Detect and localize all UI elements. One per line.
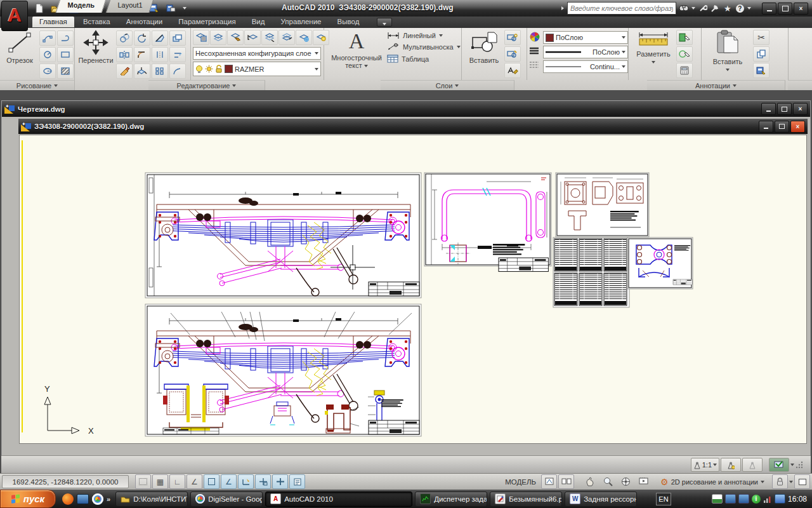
- create-block-button[interactable]: [504, 30, 521, 45]
- arc-button[interactable]: [39, 30, 56, 46]
- taskbar-item-paint[interactable]: Безымянный6.png...: [490, 491, 562, 507]
- help-dropdown-icon[interactable]: [747, 7, 751, 10]
- panel-modify-caption[interactable]: Редактирование: [148, 80, 265, 91]
- layer-properties-button[interactable]: [193, 30, 209, 45]
- layout-quickview-button[interactable]: [541, 474, 557, 489]
- panel-layers-caption[interactable]: Слои: [381, 80, 514, 91]
- rectarray-button[interactable]: [152, 64, 168, 79]
- osnap-toggle[interactable]: [204, 474, 219, 489]
- app-restore-button[interactable]: [778, 3, 792, 15]
- tab-manage[interactable]: Управление: [274, 17, 329, 27]
- inner-close-button[interactable]: ×: [790, 121, 805, 133]
- showmotion-button[interactable]: [635, 474, 652, 489]
- linetype-icon[interactable]: [529, 61, 539, 70]
- tab-parametric[interactable]: Параметризация: [171, 17, 242, 27]
- window-ze4308-titlebar[interactable]: ✦ ЗЭ4308-2900002(Э382.190).dwg ×: [18, 119, 808, 134]
- paste-button[interactable]: Вставить: [709, 29, 747, 80]
- circle-button[interactable]: [39, 47, 56, 62]
- doc-maximize-button[interactable]: [777, 103, 792, 115]
- fillet-button[interactable]: [134, 47, 150, 62]
- favorites-star-icon[interactable]: ★: [723, 3, 733, 13]
- language-indicator[interactable]: EN: [656, 493, 671, 505]
- tab-home[interactable]: Главная: [32, 17, 74, 27]
- subscription-wrench-icon[interactable]: [698, 3, 708, 13]
- layer-isolate-button[interactable]: [261, 30, 278, 45]
- multileader-button[interactable]: Мультивыноска: [387, 43, 461, 51]
- qat-customize-icon[interactable]: [183, 7, 187, 10]
- copy-button[interactable]: [116, 30, 133, 46]
- copy-clip-button[interactable]: [753, 46, 769, 62]
- help-icon[interactable]: ?: [735, 3, 745, 13]
- panel-annotation-caption[interactable]: Аннотации: [647, 80, 785, 91]
- edit-block-button[interactable]: [504, 46, 521, 62]
- layer-combo[interactable]: RAZMER: [193, 62, 321, 76]
- tab-insert[interactable]: Вставка: [76, 17, 117, 27]
- snap-toggle[interactable]: [135, 474, 151, 489]
- doc-minimize-button[interactable]: [761, 103, 776, 115]
- search-icon[interactable]: [679, 3, 689, 13]
- clock[interactable]: 16:08: [788, 495, 807, 504]
- inner-maximize-button[interactable]: [775, 121, 789, 133]
- line-button[interactable]: Отрезок: [1, 29, 39, 80]
- statusbar-menu-icon[interactable]: [789, 481, 793, 483]
- tab-output[interactable]: Вывод: [331, 17, 367, 27]
- ribbon-minimize-button[interactable]: [377, 18, 392, 27]
- linetype-combo[interactable]: Continu...: [543, 60, 628, 73]
- tab-model[interactable]: Модель: [56, 0, 106, 13]
- move-button[interactable]: Перенести: [77, 29, 115, 80]
- taskbar-item-taskmanager[interactable]: Диспетчер задач ...: [415, 491, 487, 507]
- tray-dropdown-icon[interactable]: [790, 464, 794, 466]
- new-file-button[interactable]: [32, 1, 47, 15]
- insert-block-button[interactable]: Вставить: [465, 29, 503, 80]
- layer-state-combo[interactable]: Несохраненная конфигурация слое: [193, 47, 321, 60]
- clean-screen-button[interactable]: [794, 474, 810, 489]
- inner-minimize-button[interactable]: [759, 121, 773, 133]
- color-wheel-icon[interactable]: [529, 32, 540, 42]
- mirror2-button[interactable]: [152, 47, 168, 62]
- object-color-combo[interactable]: ПоСлою: [543, 31, 628, 44]
- offset-button[interactable]: [169, 47, 186, 62]
- model-space-button[interactable]: МОДЕЛЬ: [501, 478, 540, 486]
- taskbar-item-word[interactable]: W Задняя рессорная...: [565, 491, 637, 507]
- cut-scissors-icon[interactable]: ✂: [753, 30, 769, 45]
- edit-attributes-button[interactable]: [504, 63, 521, 78]
- grid-toggle[interactable]: ▦: [152, 474, 168, 489]
- match-properties-button[interactable]: [163, 1, 178, 15]
- layer-on-bulb-icon[interactable]: [195, 65, 203, 74]
- mtext-button[interactable]: А Многострочныйтекст: [329, 29, 384, 80]
- annotation-visibility-button[interactable]: [721, 458, 741, 472]
- layer-previous-button[interactable]: [244, 30, 261, 45]
- measure-button[interactable]: Разметить: [633, 29, 674, 80]
- resize-grip[interactable]: [796, 461, 803, 469]
- qp-toggle[interactable]: [289, 474, 305, 489]
- ellipse-button[interactable]: [39, 64, 56, 79]
- tab-annotate[interactable]: Аннотации: [119, 17, 169, 27]
- tray-display-icon[interactable]: [725, 494, 736, 504]
- erase-button[interactable]: [116, 64, 133, 79]
- quick-select-button[interactable]: [676, 30, 693, 45]
- firefox-icon[interactable]: [62, 493, 74, 505]
- layer-unisolate-button[interactable]: [278, 30, 295, 45]
- start-button[interactable]: пуск: [0, 490, 56, 508]
- trim-button[interactable]: [152, 30, 168, 46]
- layer-current-button[interactable]: [227, 30, 244, 45]
- lineweight-icon[interactable]: [529, 47, 539, 56]
- explode-button[interactable]: [134, 64, 150, 79]
- chamfer-button[interactable]: [169, 64, 186, 79]
- application-menu-button[interactable]: A: [1, 1, 28, 31]
- layer-states-button[interactable]: [210, 30, 226, 45]
- table-button[interactable]: Таблица: [387, 55, 461, 63]
- paste-special-button[interactable]: [753, 63, 769, 78]
- dyn-toggle[interactable]: [255, 474, 271, 489]
- chrome-icon[interactable]: [92, 493, 103, 505]
- hatch-button[interactable]: [57, 64, 74, 79]
- app-close-button[interactable]: ×: [794, 3, 808, 15]
- select-similar-button[interactable]: [676, 46, 693, 62]
- lineweight-combo[interactable]: ПоСлою: [543, 46, 628, 58]
- polar-toggle[interactable]: ∠: [187, 474, 202, 489]
- dimension-button[interactable]: Линейный: [387, 32, 461, 39]
- taskbar-item-autocad[interactable]: A AutoCAD 2010: [265, 491, 412, 507]
- doc-close-button[interactable]: ×: [793, 103, 808, 115]
- taskbar-item-folder[interactable]: D:\Коля\ИНСТИТУ...: [115, 491, 188, 507]
- panel-draw-caption[interactable]: Рисование: [0, 80, 75, 91]
